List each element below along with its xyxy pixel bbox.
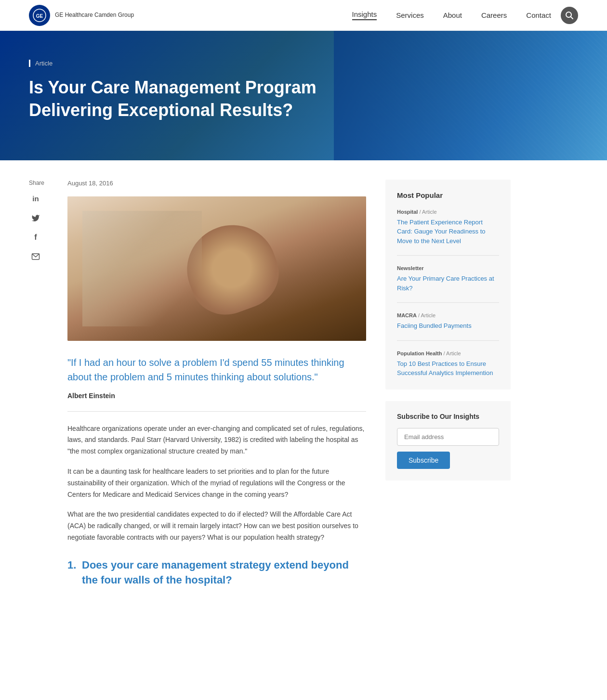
nav-services[interactable]: Services xyxy=(396,11,424,19)
sidebar-item-1-link[interactable]: The Patient Experience Report Card: Gaug… xyxy=(397,219,486,245)
sidebar-item-3-link[interactable]: Faciing Bundled Payments xyxy=(397,322,472,329)
article-body: Healthcare organizations operate under a… xyxy=(67,423,366,544)
article-paragraph-1: Healthcare organizations operate under a… xyxy=(67,423,366,457)
main-nav: Insights Services About Careers Contact xyxy=(352,10,552,20)
subscribe-email-input[interactable] xyxy=(397,428,499,446)
sidebar-item-1: Hospital / Article The Patient Experienc… xyxy=(397,209,499,256)
sidebar-item-3-meta: MACRA / Article xyxy=(397,312,499,318)
article-image xyxy=(67,196,366,341)
most-popular-card: Most Popular Hospital / Article The Pati… xyxy=(385,180,511,389)
sidebar-item-2-link[interactable]: Are Your Primary Care Practices at Risk? xyxy=(397,275,494,292)
nav-about[interactable]: About xyxy=(443,11,462,19)
facebook-icon[interactable]: f xyxy=(29,231,42,244)
sidebar-item-3: MACRA / Article Faciing Bundled Payments xyxy=(397,312,499,341)
hero-section: Article Is Your Care Management Program … xyxy=(0,31,607,160)
sidebar-item-4-meta: Population Health / Article xyxy=(397,350,499,356)
logo-area[interactable]: GE GE Healthcare Camden Group xyxy=(29,5,134,26)
heading-number: 1. xyxy=(67,558,76,573)
sidebar: Most Popular Hospital / Article The Pati… xyxy=(385,180,511,588)
logo-text: GE Healthcare Camden Group xyxy=(55,12,134,19)
article-quote-author: Albert Einstein xyxy=(67,392,366,400)
search-button[interactable] xyxy=(561,7,578,24)
article-column: August 18, 2016 "If I had an hour to sol… xyxy=(67,180,385,588)
twitter-icon[interactable] xyxy=(29,211,42,225)
site-header: GE GE Healthcare Camden Group Insights S… xyxy=(0,0,607,31)
share-label: Share xyxy=(29,180,67,186)
article-label: Article xyxy=(29,60,578,67)
article-quote: "If I had an hour to solve a problem I'd… xyxy=(67,355,366,384)
share-column: Share in f xyxy=(29,180,67,588)
article-numbered-heading-1: 1. Does your care management strategy ex… xyxy=(67,558,366,588)
logo-icon: GE xyxy=(29,5,50,26)
sidebar-item-2-meta: Newsletter xyxy=(397,265,499,271)
sidebar-item-1-category: Hospital xyxy=(397,209,418,215)
linkedin-icon[interactable]: in xyxy=(29,192,42,206)
sidebar-item-4-link[interactable]: Top 10 Best Practices to Ensure Successf… xyxy=(397,360,493,377)
article-divider xyxy=(67,411,366,412)
subscribe-card: Subscribe to Our Insights Subscribe xyxy=(385,401,511,480)
hero-image-overlay xyxy=(334,31,607,160)
subscribe-button[interactable]: Subscribe xyxy=(397,452,450,469)
sidebar-item-3-category: MACRA xyxy=(397,312,417,318)
sidebar-item-3-type: Article xyxy=(421,312,436,318)
share-icons: in f xyxy=(29,192,67,263)
email-icon[interactable] xyxy=(29,250,42,263)
sidebar-item-2-category: Newsletter xyxy=(397,265,424,271)
sidebar-item-4-type: Article xyxy=(446,350,461,356)
sidebar-item-1-meta: Hospital / Article xyxy=(397,209,499,215)
article-paragraph-3: What are the two presidential candidates… xyxy=(67,509,366,543)
sidebar-item-2: Newsletter Are Your Primary Care Practic… xyxy=(397,265,499,303)
sidebar-item-4: Population Health / Article Top 10 Best … xyxy=(397,350,499,378)
subscribe-title: Subscribe to Our Insights xyxy=(397,413,499,420)
svg-line-3 xyxy=(571,16,573,19)
main-content: Share in f August 18, 2016 xyxy=(0,160,607,607)
article-date: August 18, 2016 xyxy=(67,180,366,187)
sidebar-item-1-type: Article xyxy=(422,209,437,215)
nav-careers[interactable]: Careers xyxy=(481,11,507,19)
svg-text:GE: GE xyxy=(36,13,43,19)
article-paragraph-2: It can be a daunting task for healthcare… xyxy=(67,466,366,500)
heading-text: Does your care management strategy exten… xyxy=(82,559,349,586)
most-popular-title: Most Popular xyxy=(397,191,499,199)
nav-contact[interactable]: Contact xyxy=(526,11,551,19)
sidebar-item-4-category: Population Health xyxy=(397,350,442,356)
nav-insights[interactable]: Insights xyxy=(352,10,377,20)
hero-title: Is Your Care Management Program Deliveri… xyxy=(29,77,318,122)
